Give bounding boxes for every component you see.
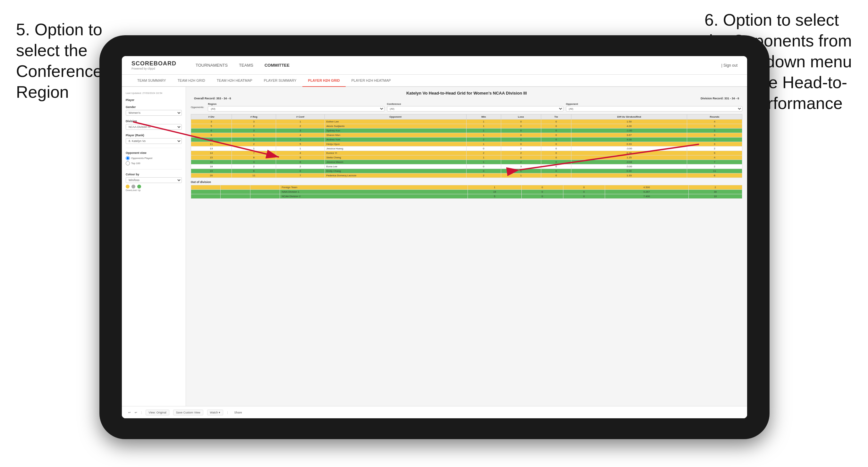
sidebar-dot-labels: Down Level Up xyxy=(126,189,182,191)
sidebar-player-label: Player xyxy=(126,98,182,102)
table-row: 1585Stella Cheng1001.254 xyxy=(191,155,742,160)
filter-conference-select[interactable]: (All) xyxy=(387,106,563,112)
table-row: 331Esther Lee1001.504 xyxy=(191,120,742,124)
table-row: 1636Jessica Mason120-0.947 xyxy=(191,160,742,164)
sidebar-colour-label: Colour by xyxy=(126,173,182,176)
opponents-label: Opponents: xyxy=(191,106,204,108)
sidebar-player-section: Player xyxy=(126,98,182,102)
logo-sub: Powered by clippd xyxy=(131,67,176,70)
main-content: Last Updated: 27/03/2024 16:54 Player Ge… xyxy=(122,87,747,418)
col-opponent: Opponent xyxy=(324,115,466,120)
subnav-player-h2h-heatmap[interactable]: PLAYER H2H HEATMAP xyxy=(346,75,397,87)
out-division-table: Foreign Team1004.5002NAIA Division 11500… xyxy=(191,185,742,199)
dot-yellow xyxy=(126,185,129,188)
sidebar-opponent-section: Opponent view Opponents Played Top 100 xyxy=(126,151,182,165)
tablet-screen: SCOREBOARD Powered by clippd TOURNAMENTS… xyxy=(122,56,747,418)
col-win: Win xyxy=(466,115,501,120)
watch-btn[interactable]: Watch ▾ xyxy=(207,410,223,415)
table-row: 1125Heeju Hyun1000.333 xyxy=(191,142,742,147)
nav-sign-out[interactable]: | Sign out xyxy=(721,63,738,68)
table-row: 522Alexis Sudjianto1004.003 xyxy=(191,124,742,128)
subnav-player-summary[interactable]: PLAYER SUMMARY xyxy=(258,75,302,87)
report-title: Katelyn Vo Head-to-Head Grid for Women's… xyxy=(191,91,742,95)
filter-conference-group: Conference (All) xyxy=(387,102,563,112)
col-tie: Tie xyxy=(541,115,571,120)
data-table: # Div # Reg # Conf Opponent Win Loss Tie… xyxy=(191,114,742,178)
sidebar-gender-select[interactable]: Women's xyxy=(126,110,182,116)
sidebar-opponent-label: Opponent view xyxy=(126,151,182,155)
sidebar-division-label: Division xyxy=(126,120,182,123)
dot-label-level: Level xyxy=(131,189,135,191)
bottom-toolbar: ↩ ↩ | View: Original Save Custom View Wa… xyxy=(186,406,747,418)
col-div: # Div xyxy=(191,115,232,120)
table-row: 1311Jessica Huang020-3.002 xyxy=(191,147,742,151)
sidebar-updated: Last Updated: 27/03/2024 16:54 xyxy=(126,92,182,95)
subnav-player-h2h-grid[interactable]: PLAYER H2H GRID xyxy=(302,75,346,87)
report-area: Katelyn Vo Head-to-Head Grid for Women's… xyxy=(186,87,747,418)
nav-items: TOURNAMENTS TEAMS COMMITTEE xyxy=(195,62,709,69)
sidebar-player-rank-label: Player (Rank) xyxy=(126,134,182,137)
tablet-frame: SCOREBOARD Powered by clippd TOURNAMENTS… xyxy=(99,35,770,439)
table-row: 633Sydney Kuo100-1.003 xyxy=(191,128,742,133)
sidebar-colour-section: Colour by Win/loss Down Level Up xyxy=(126,173,182,191)
sidebar-opponents-played-radio[interactable]: Opponents Played xyxy=(126,156,182,160)
table-row: NAIA Division 115009.26730 xyxy=(191,190,742,194)
sub-nav: TEAM SUMMARY TEAM H2H GRID TEAM H2H HEAT… xyxy=(122,75,747,87)
nav-teams[interactable]: TEAMS xyxy=(239,62,253,69)
nav-tournaments[interactable]: TOURNAMENTS xyxy=(195,62,228,69)
filter-opponent-group: Opponent (All) xyxy=(566,102,742,112)
dot-label-down: Down xyxy=(126,189,129,191)
table-row: 1966Emily Chang4100.3011 xyxy=(191,169,742,174)
toolbar-sep-2: | xyxy=(227,411,228,414)
sidebar-colour-select[interactable]: Win/loss xyxy=(126,177,182,183)
report-records: Overall Record: 353 - 34 - 6 Division Re… xyxy=(191,97,742,100)
filter-opponent-select[interactable]: (All) xyxy=(566,106,742,112)
sidebar-player-rank-section: Player (Rank) 8. Katelyn Vo xyxy=(126,134,182,144)
sidebar-player-rank-select[interactable]: 8. Katelyn Vo xyxy=(126,138,182,144)
filter-opponent-label: Opponent xyxy=(566,102,742,105)
overall-record: Overall Record: 353 - 34 - 6 xyxy=(194,97,231,100)
table-row: 1063Andrea York2004.004 xyxy=(191,137,742,142)
nav-committee[interactable]: COMMITTEE xyxy=(265,62,289,69)
table-row: 914Sharon Mun1003.673 xyxy=(191,133,742,137)
sidebar-gender-label: Gender xyxy=(126,105,182,108)
filter-row: Opponents: Region (All) Conference (All) xyxy=(191,102,742,112)
sidebar-division-select[interactable]: NCAA Division III xyxy=(126,124,182,130)
filter-region-label: Region xyxy=(208,102,384,105)
filter-region-group: Region (All) xyxy=(208,102,384,112)
logo-text: SCOREBOARD xyxy=(131,60,176,67)
col-rounds: Rounds xyxy=(687,115,742,120)
sidebar: Last Updated: 27/03/2024 16:54 Player Ge… xyxy=(122,87,186,418)
subnav-team-h2h-heatmap[interactable]: TEAM H2H HEATMAP xyxy=(211,75,258,87)
sidebar-division-section: Division NCAA Division III xyxy=(126,120,182,130)
dot-gray xyxy=(131,185,135,188)
sidebar-top100-radio[interactable]: Top 100 xyxy=(126,161,182,165)
filter-conference-label: Conference xyxy=(387,102,563,105)
save-custom-btn[interactable]: Save Custom View xyxy=(186,410,203,415)
sidebar-colour-dots xyxy=(126,185,182,188)
share-btn[interactable]: Share xyxy=(232,410,245,415)
col-loss: Loss xyxy=(501,115,541,120)
table-row: 1474Eunice Yi2200.389 xyxy=(191,151,742,155)
division-record: Division Record: 331 - 34 - 6 xyxy=(701,97,739,100)
sidebar-radio-group: Opponents Played Top 100 xyxy=(126,156,182,165)
sidebar-gender-section: Gender Women's xyxy=(126,105,182,116)
col-reg: # Reg xyxy=(232,115,276,120)
col-conf: # Conf xyxy=(276,115,324,120)
col-diff: Diff Av Strokes/Rnd xyxy=(571,115,687,120)
nav-bar: SCOREBOARD Powered by clippd TOURNAMENTS… xyxy=(122,56,747,75)
table-row: 1822Euna Lee030-5.002 xyxy=(191,164,742,169)
dot-label-up: Up xyxy=(137,189,141,191)
subnav-team-h2h-grid[interactable]: TEAM H2H GRID xyxy=(172,75,211,87)
logo-area: SCOREBOARD Powered by clippd xyxy=(131,60,176,70)
out-division-label: Out of division xyxy=(191,181,742,184)
subnav-team-summary[interactable]: TEAM SUMMARY xyxy=(131,75,172,87)
table-row: 20117Federica Domecq Lacroze2101.336 xyxy=(191,174,742,178)
filter-region-select[interactable]: (All) xyxy=(208,106,384,112)
dot-green xyxy=(137,185,141,188)
table-row: NCAA Division 25007.40010 xyxy=(191,194,742,199)
table-row: Foreign Team1004.5002 xyxy=(191,185,742,190)
